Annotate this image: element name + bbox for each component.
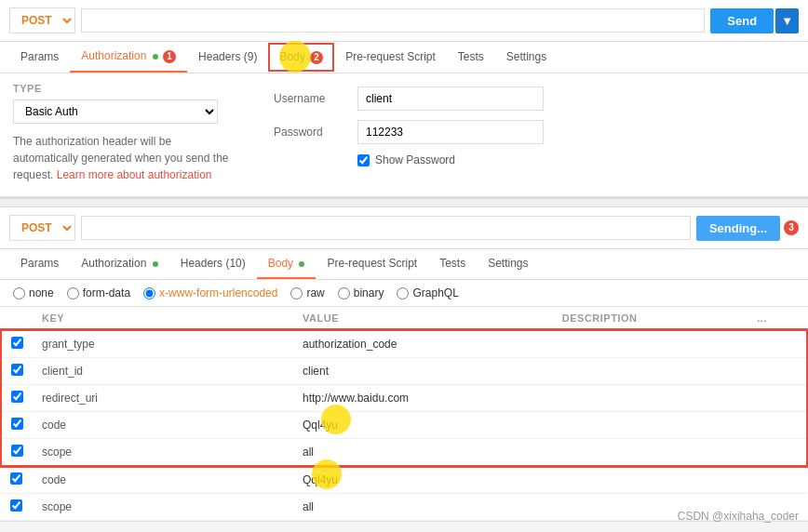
show-password-row: Show Password <box>357 153 795 166</box>
row1-check[interactable] <box>11 337 23 349</box>
section-divider <box>0 198 808 207</box>
opt-none[interactable]: none <box>13 286 54 299</box>
row4-check[interactable] <box>11 418 23 430</box>
row1-value: authorization_code <box>293 330 553 358</box>
opt-graphql[interactable]: GraphQL <box>397 286 458 299</box>
tab-prerequest[interactable]: Pre-request Script <box>334 43 447 73</box>
table-row: grant_type authorization_code <box>1 330 807 358</box>
bottom-body-dot <box>299 261 304 267</box>
send-button[interactable]: Send <box>710 8 774 33</box>
authorization-dot <box>153 54 158 60</box>
extra-row2-check[interactable] <box>10 499 22 512</box>
tab-number-1: 1 <box>163 50 176 63</box>
top-method-select[interactable]: POST <box>9 7 75 33</box>
extra-row1-key: code <box>33 466 293 494</box>
bottom-tab-body[interactable]: Body <box>257 249 316 279</box>
bottom-tab-headers[interactable]: Headers (10) <box>169 249 257 279</box>
opt-form-data[interactable]: form-data <box>67 286 130 299</box>
bottom-tabs: Params Authorization Headers (10) Body P… <box>0 249 808 280</box>
bottom-tab-authorization[interactable]: Authorization <box>70 249 168 279</box>
auth-description: The authorization header will be automat… <box>13 133 236 183</box>
row4-key: code <box>33 412 293 439</box>
tab-settings[interactable]: Settings <box>495 43 558 73</box>
auth-left-panel: TYPE Basic Auth The authorization header… <box>13 83 255 183</box>
number-3-badge: 3 <box>784 220 799 235</box>
col-more: ... <box>747 307 807 330</box>
username-label: Username <box>274 92 348 105</box>
kv-table-wrapper: KEY VALUE DESCRIPTION ... grant_type aut… <box>0 307 808 521</box>
row3-check[interactable] <box>11 391 23 403</box>
tab-authorization[interactable]: Authorization 1 <box>70 42 187 73</box>
col-check <box>1 307 33 330</box>
row4-value: Qql4yu <box>293 412 553 439</box>
extra-row1-check[interactable] <box>10 472 22 485</box>
table-row: code Qql4yu <box>1 412 807 439</box>
extra-row1-value: Qql4yu <box>293 466 553 494</box>
row2-value: client <box>293 358 553 385</box>
bottom-tab-prerequest[interactable]: Pre-request Script <box>316 249 428 279</box>
table-row: redirect_uri http://www.baidu.com <box>1 385 807 412</box>
watermark: CSDN @xixihaha_coder <box>678 510 799 522</box>
table-row: client_id client <box>1 358 807 385</box>
opt-urlencoded[interactable]: x-www-form-urlencoded <box>143 286 277 299</box>
col-key: KEY <box>33 307 293 330</box>
row5-value: all <box>293 439 553 467</box>
row2-check[interactable] <box>11 364 23 376</box>
bottom-tab-settings[interactable]: Settings <box>477 249 539 279</box>
row3-value: http://www.baidu.com <box>293 385 553 412</box>
table-row: scope all <box>1 439 807 467</box>
password-row: Password <box>274 120 795 144</box>
row3-key: redirect_uri <box>33 385 293 412</box>
row2-key: client_id <box>33 358 293 385</box>
top-tabs: Params Authorization 1 Headers (9) Body … <box>0 42 808 73</box>
auth-right-panel: Username Password Show Password <box>255 83 795 183</box>
bottom-authorization-dot <box>153 261 158 267</box>
row5-check[interactable] <box>11 445 23 457</box>
col-description: DESCRIPTION <box>553 307 747 330</box>
top-url-input[interactable]: localhost:8080/oauth/token <box>81 8 705 33</box>
bottom-tab-params[interactable]: Params <box>9 249 70 279</box>
send-arrow-button[interactable]: ▼ <box>775 8 799 33</box>
password-label: Password <box>274 126 348 139</box>
type-label: TYPE <box>13 83 255 94</box>
bottom-tab-tests[interactable]: Tests <box>428 249 477 279</box>
extra-row2-key: scope <box>33 494 293 521</box>
show-password-checkbox[interactable] <box>357 154 370 166</box>
username-row: Username <box>274 86 795 111</box>
row1-key: grant_type <box>33 330 293 358</box>
learn-more-link[interactable]: Learn more about authorization <box>57 168 212 181</box>
type-select[interactable]: Basic Auth <box>13 100 218 124</box>
row1-desc <box>553 330 747 358</box>
tab-number-2: 2 <box>310 51 323 64</box>
show-password-label: Show Password <box>375 153 455 166</box>
opt-raw[interactable]: raw <box>290 286 324 299</box>
bottom-request-bar: POST localhost:8080/oauth/token Sending.… <box>0 207 808 249</box>
tab-tests[interactable]: Tests <box>447 43 495 73</box>
bottom-url-input[interactable]: localhost:8080/oauth/token <box>81 216 691 240</box>
top-request-bar: POST localhost:8080/oauth/token Send ▼ <box>0 0 808 42</box>
extra-row2-value: all <box>293 494 553 521</box>
sending-button[interactable]: Sending... <box>696 216 780 241</box>
body-options-row: none form-data x-www-form-urlencoded raw… <box>0 280 808 307</box>
tab-params[interactable]: Params <box>9 43 70 73</box>
tab-body[interactable]: Body 2 <box>268 43 334 72</box>
table-row: code Qql4yu <box>1 466 807 494</box>
opt-binary[interactable]: binary <box>338 286 384 299</box>
kv-table: KEY VALUE DESCRIPTION ... grant_type aut… <box>0 307 808 521</box>
password-input[interactable] <box>357 120 544 144</box>
row5-key: scope <box>33 439 293 467</box>
username-input[interactable] <box>357 86 544 111</box>
bottom-method-select[interactable]: POST <box>9 215 75 241</box>
col-value: VALUE <box>293 307 553 330</box>
tab-headers[interactable]: Headers (9) <box>187 43 268 73</box>
